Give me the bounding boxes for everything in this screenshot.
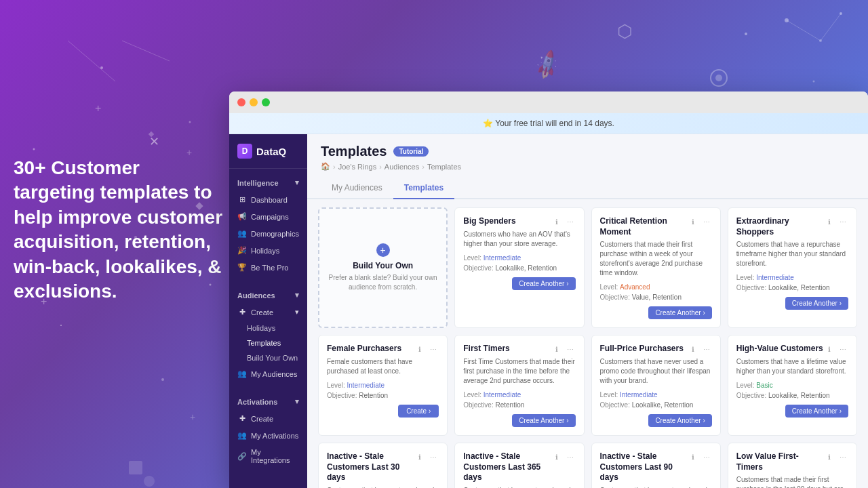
more-icon-critical-retention[interactable]: ⋯ <box>701 216 712 227</box>
svg-point-25 <box>840 12 842 15</box>
activations-header[interactable]: Activations ▾ <box>229 393 307 410</box>
more-icon-low-value-first-timers[interactable]: ⋯ <box>837 451 848 462</box>
sidebar-item-my-integrations[interactable]: 🔗 My Integrations <box>229 444 307 468</box>
my-activations-label: My Activations <box>251 432 298 440</box>
browser-titlebar <box>229 92 868 113</box>
demographics-icon: 👥 <box>237 229 247 238</box>
sidebar-item-create-activation[interactable]: ✚ Create <box>229 410 307 427</box>
svg-point-24 <box>819 39 822 42</box>
logo-text: DataQ <box>256 146 286 157</box>
info-icon-big-spenders[interactable]: ℹ <box>551 216 562 227</box>
create-activation-icon: ✚ <box>237 414 247 423</box>
card-desc-low-value-first-timers: Customers that made their first purchase… <box>736 475 848 488</box>
svg-text:+: + <box>95 102 101 114</box>
create-another-btn-big-spenders[interactable]: Create Another › <box>512 277 575 290</box>
holidays-label: Holidays <box>251 247 279 255</box>
sidebar-section-activations: Activations ▾ ✚ Create 👥 My Activations … <box>229 388 307 474</box>
sidebar: D DataQ Intelligence ▾ ⊞ Dashboard 📢 Cam… <box>229 134 307 488</box>
info-icon-inactive-90[interactable]: ℹ <box>688 451 698 462</box>
info-icon-first-timers[interactable]: ℹ <box>551 344 562 354</box>
card-desc-extraordinary-shoppers: Customers that have a repurchase timefra… <box>736 240 848 268</box>
svg-point-8 <box>813 81 815 83</box>
my-audiences-label: My Audiences <box>251 370 297 378</box>
sidebar-section-audiences: Audiences ▾ ✚ Create ▾ Holidays Template… <box>229 281 307 388</box>
intelligence-header[interactable]: Intelligence ▾ <box>229 174 307 191</box>
more-icon-big-spenders[interactable]: ⋯ <box>565 216 576 227</box>
info-icon-low-value-first-timers[interactable]: ℹ <box>824 451 835 462</box>
sidebar-item-my-activations[interactable]: 👥 My Activations <box>229 427 307 444</box>
marketing-headline: 30+ Customer targeting templates to help… <box>14 156 224 304</box>
create-btn-female-purchasers[interactable]: Create › <box>398 405 439 418</box>
more-icon-extraordinary-shoppers[interactable]: ⋯ <box>837 216 848 227</box>
svg-point-0 <box>100 66 103 69</box>
sidebar-item-be-the-pro[interactable]: 🏆 Be The Pro <box>229 259 307 276</box>
more-icon-high-value-customers[interactable]: ⋯ <box>837 344 848 354</box>
template-card-build-your-own: + Build Your Own Prefer a blank slate? B… <box>318 207 448 328</box>
build-desc: Prefer a blank slate? Build your own aud… <box>328 273 438 292</box>
template-card-female-purchasers: Female Purchasers ℹ ⋯ Female customers t… <box>318 335 448 436</box>
info-icon-inactive-365[interactable]: ℹ <box>551 451 562 462</box>
sidebar-item-holidays[interactable]: 🎉 Holidays <box>229 242 307 259</box>
card-desc-first-timers: First Time Customers that made their fir… <box>463 357 575 386</box>
card-title-full-price-purchasers: Full-Price Purchasers <box>600 344 688 354</box>
info-icon-female-purchasers[interactable]: ℹ <box>414 344 425 354</box>
sidebar-sub-item-templates[interactable]: Templates <box>229 336 307 350</box>
more-icon-full-price-purchasers[interactable]: ⋯ <box>701 344 712 354</box>
info-icon-high-value-customers[interactable]: ℹ <box>824 344 835 354</box>
sidebar-sub-item-holidays[interactable]: Holidays <box>229 321 307 336</box>
template-card-big-spenders: Big Spenders ℹ ⋯ Customers who have an A… <box>454 207 584 328</box>
svg-line-15 <box>68 41 115 81</box>
svg-text:🚀: 🚀 <box>530 47 565 81</box>
more-icon-first-timers[interactable]: ⋯ <box>565 344 576 354</box>
svg-text:⬡: ⬡ <box>617 21 633 41</box>
create-another-btn-full-price-purchasers[interactable]: Create Another › <box>648 414 711 427</box>
home-icon[interactable]: 🏠 <box>321 162 330 171</box>
more-icon-inactive-365[interactable]: ⋯ <box>565 451 576 462</box>
info-icon-full-price-purchasers[interactable]: ℹ <box>688 344 698 354</box>
create-activation-label: Create <box>251 415 273 423</box>
more-icon-inactive-30[interactable]: ⋯ <box>428 451 439 462</box>
more-icon-female-purchasers[interactable]: ⋯ <box>428 344 439 354</box>
svg-point-20 <box>715 75 722 81</box>
tutorial-badge[interactable]: Tutorial <box>393 146 429 157</box>
page-title: Templates <box>321 144 387 159</box>
sidebar-item-demographics[interactable]: 👥 Demographics <box>229 225 307 242</box>
create-icon: ✚ <box>237 308 247 317</box>
breadcrumb-ring[interactable]: Joe's Rings <box>338 163 377 171</box>
svg-point-1 <box>189 121 191 123</box>
sidebar-item-my-audiences[interactable]: 👥 My Audiences <box>229 365 307 382</box>
create-another-btn-first-timers[interactable]: Create Another › <box>512 414 575 427</box>
info-icon-extraordinary-shoppers[interactable]: ℹ <box>824 216 835 227</box>
browser-minimize-btn[interactable] <box>250 98 258 106</box>
svg-text:+: + <box>190 411 195 422</box>
tab-my-audiences[interactable]: My Audiences <box>321 178 393 199</box>
tab-templates[interactable]: Templates <box>393 178 454 199</box>
create-another-btn-high-value-customers[interactable]: Create Another › <box>785 405 848 418</box>
info-icon-inactive-30[interactable]: ℹ <box>414 451 425 462</box>
breadcrumb-audiences[interactable]: Audiences <box>384 163 419 171</box>
svg-rect-14 <box>149 131 154 137</box>
browser-maximize-btn[interactable] <box>262 98 270 106</box>
card-desc-high-value-customers: Customers that have a lifetime value hig… <box>736 357 848 376</box>
template-card-first-timers: First Timers ℹ ⋯ First Time Customers th… <box>454 335 584 436</box>
sidebar-item-campaigns[interactable]: 📢 Campaigns <box>229 208 307 225</box>
sidebar-item-dashboard[interactable]: ⊞ Dashboard <box>229 191 307 208</box>
info-icon-critical-retention[interactable]: ℹ <box>688 216 698 227</box>
browser-close-btn[interactable] <box>237 98 245 106</box>
page-header: Templates Tutorial 🏠 › Joe's Rings › Aud… <box>307 134 868 178</box>
more-icon-inactive-90[interactable]: ⋯ <box>701 451 712 462</box>
sidebar-sub-item-build-your-own[interactable]: Build Your Own <box>229 350 307 365</box>
be-the-pro-label: Be The Pro <box>251 264 288 272</box>
card-title-critical-retention: Critical Retention Moment <box>600 216 688 237</box>
campaigns-icon: 📢 <box>237 212 247 221</box>
template-card-inactive-30: Inactive - Stale Customers Last 30 days … <box>318 443 448 488</box>
create-another-btn-extraordinary-shoppers[interactable]: Create Another › <box>785 297 848 310</box>
card-title-first-timers: First Timers <box>463 344 551 354</box>
audiences-header[interactable]: Audiences ▾ <box>229 287 307 304</box>
card-title-high-value-customers: High-Value Customers <box>736 344 824 354</box>
sidebar-item-create[interactable]: ✚ Create ▾ <box>229 304 307 321</box>
create-another-btn-critical-retention[interactable]: Create Another › <box>648 306 711 319</box>
my-activations-icon: 👥 <box>237 431 247 440</box>
svg-point-23 <box>785 18 789 22</box>
template-card-extraordinary-shoppers: Extraordinary Shoppers ℹ ⋯ Customers tha… <box>728 207 857 328</box>
